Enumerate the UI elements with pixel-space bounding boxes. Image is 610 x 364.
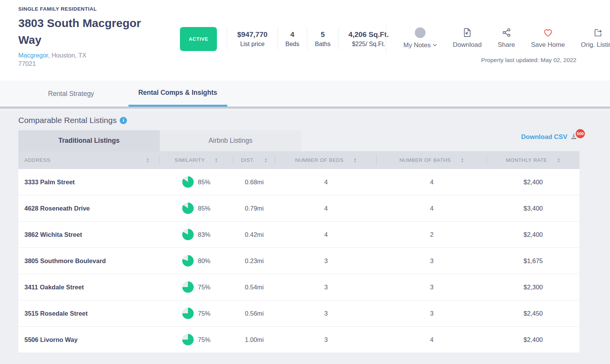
baths-value: 5 bbox=[315, 30, 331, 39]
download-csv-label: Download CSV bbox=[521, 133, 567, 141]
table-row[interactable]: 3805 Southmore Boulevard 80% 0.23mi 3 3 … bbox=[18, 248, 580, 274]
similarity-cell: 75% bbox=[159, 308, 233, 319]
similarity-value: 85% bbox=[198, 205, 210, 212]
monthly-rate-value: $3,400 bbox=[487, 205, 580, 212]
column-header-similarity[interactable]: SIMILARITY ▲▼ bbox=[159, 151, 233, 169]
info-icon[interactable]: i bbox=[120, 117, 127, 124]
similarity-pie-icon bbox=[182, 255, 194, 267]
column-header-address[interactable]: ADDRESS ▲▼ bbox=[18, 151, 159, 169]
neighborhood-link[interactable]: Macgregor, bbox=[18, 52, 50, 59]
tab-traditional-listings[interactable]: Traditional Listings bbox=[18, 130, 160, 151]
share-label: Share bbox=[498, 41, 515, 49]
baths-count: 3 bbox=[377, 257, 487, 265]
beds-label: Beds bbox=[286, 41, 299, 48]
pdf-download-icon bbox=[462, 27, 472, 38]
table-header: ADDRESS ▲▼ SIMILARITY ▲▼ DIST. ▲▼ NUMBER… bbox=[18, 151, 580, 169]
table-row[interactable]: 4628 Roseneath Drive 85% 0.79mi 4 4 $3,4… bbox=[18, 195, 580, 222]
last-updated-label: Property last updated: May 02, 2022 bbox=[481, 57, 576, 64]
beds-count: 3 bbox=[275, 336, 377, 343]
column-header-dist[interactable]: DIST. ▲▼ bbox=[233, 151, 275, 169]
table-row[interactable]: 3515 Rosedale Street 75% 0.56mi 3 3 $2,4… bbox=[18, 300, 580, 327]
tab-airbnb-listings[interactable]: Airbnb Listings bbox=[160, 130, 301, 151]
action-bar: My Notes Download Share bbox=[386, 23, 610, 53]
listing-address[interactable]: 5506 Livorno Way bbox=[18, 336, 159, 343]
distance-value: 0.42mi bbox=[233, 231, 275, 238]
similarity-cell: 75% bbox=[159, 334, 233, 345]
price-per-sqft-label: $225/ Sq.Ft. bbox=[348, 41, 389, 48]
beds-count: 3 bbox=[275, 284, 377, 291]
chevron-down-icon bbox=[433, 44, 437, 46]
list-price-label: List price bbox=[237, 41, 267, 48]
share-button[interactable]: Share bbox=[490, 27, 523, 49]
distance-value: 0.54mi bbox=[233, 284, 275, 291]
list-price-stat: $947,770 List price bbox=[227, 28, 277, 50]
sort-icon[interactable]: ▲▼ bbox=[557, 158, 560, 162]
listing-address[interactable]: 3862 Wichita Street bbox=[18, 231, 159, 238]
beds-count: 4 bbox=[275, 205, 377, 212]
beds-count: 4 bbox=[275, 179, 377, 186]
list-price-value: $947,770 bbox=[237, 30, 267, 39]
table-row[interactable]: 5506 Livorno Way 75% 1.00mi 3 4 $2,400 bbox=[18, 327, 580, 353]
similarity-cell: 85% bbox=[159, 203, 233, 214]
zip-label: 77021 bbox=[18, 60, 159, 67]
beds-count: 4 bbox=[275, 231, 377, 238]
distance-value: 0.23mi bbox=[233, 257, 275, 265]
listing-address[interactable]: 4628 Roseneath Drive bbox=[18, 205, 159, 212]
column-header-baths[interactable]: NUMBER OF BATHS ▲▼ bbox=[377, 151, 487, 169]
baths-count: 4 bbox=[377, 336, 487, 343]
monthly-rate-value: $2,300 bbox=[487, 284, 580, 291]
distance-value: 0.56mi bbox=[233, 310, 275, 317]
sort-icon[interactable]: ▲▼ bbox=[353, 158, 357, 162]
column-header-rate[interactable]: MONTHLY RATE ▲▼ bbox=[487, 151, 580, 169]
similarity-value: 75% bbox=[198, 336, 210, 343]
distance-value: 1.00mi bbox=[233, 336, 275, 343]
baths-label: Baths bbox=[315, 41, 331, 48]
external-listing-icon bbox=[593, 27, 603, 38]
monthly-rate-value: $2,400 bbox=[487, 231, 580, 238]
beds-value: 4 bbox=[286, 30, 299, 39]
baths-count: 3 bbox=[377, 310, 487, 317]
tab-rental-strategy[interactable]: Rental Strategy bbox=[38, 81, 104, 107]
sort-icon[interactable]: ▲▼ bbox=[215, 158, 218, 162]
similarity-pie-icon bbox=[182, 308, 194, 319]
distance-value: 0.79mi bbox=[233, 205, 275, 212]
table-row[interactable]: 3862 Wichita Street 83% 0.42mi 4 2 $2,40… bbox=[18, 222, 580, 248]
baths-count: 4 bbox=[377, 205, 487, 212]
download-label: Download bbox=[453, 41, 482, 49]
listing-address[interactable]: 3411 Oakdale Street bbox=[18, 284, 159, 291]
save-home-label: Save Home bbox=[531, 41, 565, 49]
download-csv-button[interactable]: Download CSV 500 bbox=[521, 133, 580, 142]
similarity-pie-icon bbox=[182, 176, 194, 188]
monthly-rate-value: $2,450 bbox=[487, 310, 580, 317]
listing-address[interactable]: 3805 Southmore Boulevard bbox=[18, 257, 159, 265]
orig-listing-button[interactable]: Orig. Listing bbox=[573, 27, 610, 49]
similarity-cell: 80% bbox=[159, 255, 233, 267]
csv-credits-badge: 500 bbox=[576, 129, 585, 138]
table-row[interactable]: 3333 Palm Street 85% 0.68mi 4 4 $2,400 bbox=[18, 169, 580, 195]
similarity-cell: 83% bbox=[159, 229, 233, 240]
table-row[interactable]: 3411 Oakdale Street 75% 0.54mi 3 3 $2,30… bbox=[18, 274, 580, 300]
table-body: 3333 Palm Street 85% 0.68mi 4 4 $2,400 4… bbox=[18, 169, 580, 353]
tab-rental-comps-insights[interactable]: Rental Comps & Insights bbox=[128, 81, 227, 107]
heart-icon bbox=[543, 27, 553, 38]
page-title: 3803 South Macgregor Way bbox=[18, 15, 159, 48]
download-button[interactable]: Download bbox=[445, 27, 490, 49]
similarity-pie-icon bbox=[182, 229, 194, 240]
listing-address[interactable]: 3515 Rosedale Street bbox=[18, 310, 159, 317]
similarity-pie-icon bbox=[182, 334, 194, 345]
save-home-button[interactable]: Save Home bbox=[523, 27, 573, 49]
baths-count: 2 bbox=[377, 231, 487, 238]
section-title: Comparable Rental Listings bbox=[18, 116, 117, 125]
orig-listing-label: Orig. Listing bbox=[581, 41, 610, 49]
similarity-value: 75% bbox=[198, 284, 210, 291]
sort-icon[interactable]: ▲▼ bbox=[461, 158, 464, 162]
distance-value: 0.68mi bbox=[233, 179, 275, 186]
tabbar-shadow bbox=[0, 107, 610, 110]
my-notes-button[interactable]: My Notes bbox=[395, 27, 445, 49]
property-header: SINGLE FAMILY RESIDENTIAL 3803 South Mac… bbox=[0, 0, 610, 81]
column-header-beds[interactable]: NUMBER OF BEDS ▲▼ bbox=[275, 151, 377, 169]
sort-icon[interactable]: ▲▼ bbox=[146, 158, 149, 162]
sort-icon[interactable]: ▲▼ bbox=[264, 158, 268, 162]
similarity-cell: 75% bbox=[159, 281, 233, 293]
listing-address[interactable]: 3333 Palm Street bbox=[18, 179, 159, 186]
